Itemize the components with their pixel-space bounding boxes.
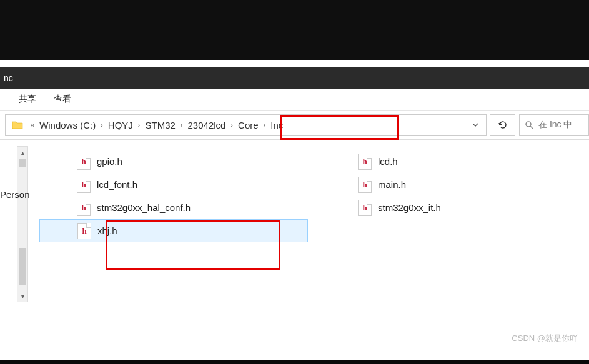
ribbon-tabs: 共享 查看 <box>0 89 589 111</box>
file-name: stm32g0xx_it.h <box>378 202 441 213</box>
file-item[interactable]: h stm32g0xx_hal_conf.h <box>39 196 308 219</box>
scroll-thumb[interactable] <box>19 159 26 167</box>
scroll-down-icon[interactable]: ▾ <box>17 290 27 302</box>
search-input[interactable]: 在 Inc 中 <box>519 114 589 136</box>
file-item[interactable]: h lcd.h <box>320 150 589 173</box>
folder-icon <box>11 118 24 132</box>
header-file-icon: h <box>77 154 91 170</box>
window-top-bar <box>0 0 589 60</box>
search-icon <box>525 121 533 129</box>
gap <box>0 60 589 67</box>
search-placeholder: 在 Inc 中 <box>538 119 572 130</box>
file-name: lcd.h <box>378 156 398 167</box>
highlight-annotation <box>280 115 399 140</box>
file-item[interactable]: h stm32g0xx_it.h <box>320 196 589 219</box>
header-file-icon: h <box>77 177 91 193</box>
header-file-icon: h <box>358 177 372 193</box>
file-name: lcd_font.h <box>97 179 137 190</box>
header-file-icon: h <box>358 200 372 216</box>
svg-point-0 <box>526 122 531 127</box>
breadcrumb-item[interactable]: Core <box>234 115 262 135</box>
chevron-right-icon: › <box>262 121 267 129</box>
title-bar: nc <box>0 67 589 89</box>
nav-label[interactable]: Person <box>0 189 30 200</box>
header-file-icon: h <box>77 223 91 239</box>
chevron-right-icon: › <box>179 121 184 129</box>
nav-pane: ▴ ▾ Person <box>0 140 29 362</box>
chevron-right-icon: › <box>99 121 104 129</box>
scroll-up-icon[interactable]: ▴ <box>17 147 27 158</box>
window-title: nc <box>4 73 13 83</box>
file-item[interactable]: h xhj.h <box>39 219 308 242</box>
overflow-chevron[interactable]: « <box>29 121 36 129</box>
scroll-thumb[interactable] <box>19 248 26 285</box>
breadcrumb-item[interactable]: 23042lcd <box>184 115 230 135</box>
breadcrumb-item[interactable]: Inc <box>267 115 287 135</box>
tab-share[interactable]: 共享 <box>19 94 36 105</box>
file-name: gpio.h <box>97 156 122 167</box>
address-dropdown-button[interactable] <box>465 121 486 129</box>
file-item[interactable]: h gpio.h <box>39 150 308 173</box>
file-name: main.h <box>378 179 406 190</box>
file-list: h gpio.h h lcd_font.h h stm32g0xx_hal_co… <box>29 140 589 362</box>
refresh-button[interactable] <box>490 114 515 136</box>
nav-scrollbar[interactable]: ▴ ▾ <box>17 146 28 302</box>
breadcrumb-item[interactable]: Windows (C:) <box>36 115 99 135</box>
file-column: h lcd.h h main.h h stm32g0xx_it.h <box>320 150 589 242</box>
breadcrumb-item[interactable]: HQYJ <box>104 115 137 135</box>
file-item[interactable]: h lcd_font.h <box>39 173 308 196</box>
svg-line-1 <box>530 126 533 129</box>
address-bar[interactable]: « Windows (C:) › HQYJ › STM32 › 23042lcd… <box>5 114 487 136</box>
file-column: h gpio.h h lcd_font.h h stm32g0xx_hal_co… <box>39 150 308 242</box>
content-area: ▴ ▾ Person h gpio.h h lcd_font.h h stm32… <box>0 140 589 362</box>
file-name: xhj.h <box>97 225 117 236</box>
tab-view[interactable]: 查看 <box>54 94 71 105</box>
breadcrumb-item[interactable]: STM32 <box>142 115 179 135</box>
bottom-bar <box>0 360 589 364</box>
file-item[interactable]: h main.h <box>320 173 589 196</box>
chevron-right-icon: › <box>229 121 234 129</box>
file-name: stm32g0xx_hal_conf.h <box>97 202 191 213</box>
watermark: CSDN @就是你吖 <box>512 333 578 344</box>
header-file-icon: h <box>77 200 91 216</box>
header-file-icon: h <box>358 154 372 170</box>
address-row: « Windows (C:) › HQYJ › STM32 › 23042lcd… <box>0 111 589 140</box>
chevron-right-icon: › <box>137 121 142 129</box>
